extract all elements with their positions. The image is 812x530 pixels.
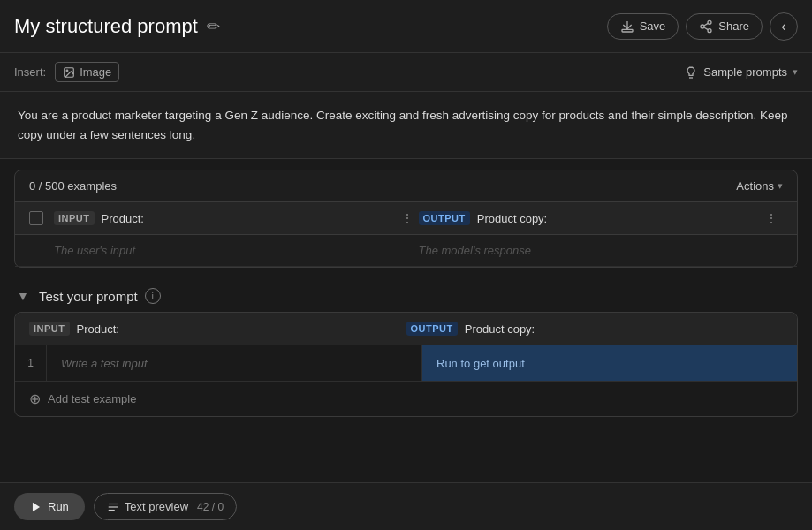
run-button[interactable]: Run: [14, 493, 85, 520]
text-preview-label: Text preview: [125, 500, 188, 513]
collapse-icon[interactable]: ▼: [14, 287, 32, 305]
examples-section: 0 / 500 examples Actions ▾ INPUT Product…: [14, 170, 798, 268]
header-right: Save Share ‹: [607, 12, 798, 41]
examples-table-header: INPUT Product: ⋮ OUTPUT Product copy: ⋮: [15, 202, 797, 235]
output-field-name: Product copy:: [477, 212, 548, 225]
test-row: 1 Write a test input Run to get output: [15, 345, 797, 382]
examples-count: 0 / 500 examples: [29, 179, 117, 193]
test-input-tag: INPUT: [29, 322, 70, 336]
insert-label: Insert:: [14, 65, 46, 79]
info-icon[interactable]: i: [145, 288, 161, 304]
test-section: ▼ Test your prompt i INPUT Product: OUTP…: [14, 278, 798, 417]
save-icon: [620, 19, 634, 34]
save-button[interactable]: Save: [607, 13, 679, 40]
test-output-field-name: Product copy:: [465, 322, 535, 336]
image-icon: [63, 66, 75, 79]
bottom-bar: Run Text preview 42 / 0: [0, 482, 812, 530]
test-input-field-name: Product:: [77, 322, 119, 336]
output-column-menu-icon[interactable]: ⋮: [760, 209, 783, 227]
input-placeholder: The user's input: [54, 244, 135, 257]
test-output-cell: Run to get output: [422, 345, 797, 381]
row-input-cell: The user's input: [54, 244, 419, 257]
insert-bar: Insert: Image Sample prompts ▾: [0, 53, 812, 92]
svg-point-3: [708, 28, 711, 32]
prompt-area[interactable]: You are a product marketer targeting a G…: [0, 92, 812, 159]
insert-left: Insert: Image: [14, 62, 119, 82]
input-column-menu-icon[interactable]: ⋮: [396, 209, 419, 227]
examples-header: 0 / 500 examples Actions ▾: [15, 170, 797, 202]
header-left: My structured prompt ✏: [14, 15, 220, 38]
input-field-name: Product:: [102, 212, 144, 225]
input-column-header: INPUT Product: ⋮: [54, 209, 419, 227]
test-input-placeholder: Write a test input: [61, 357, 148, 370]
checkbox-col: [29, 211, 54, 225]
image-label: Image: [80, 65, 111, 79]
token-count: 42 / 0: [197, 501, 224, 513]
actions-button[interactable]: Actions ▾: [736, 179, 783, 193]
add-test-icon: ⊕: [29, 390, 41, 407]
input-tag: INPUT: [54, 211, 95, 225]
add-test-example-button[interactable]: ⊕ Add test example: [15, 382, 797, 416]
output-placeholder: The model's response: [419, 244, 532, 257]
prompt-text: You are a product marketer targeting a G…: [18, 109, 788, 141]
svg-line-5: [704, 23, 709, 26]
test-title: Test your prompt: [39, 289, 138, 304]
svg-rect-0: [622, 29, 633, 32]
chevron-down-icon: ▾: [793, 66, 798, 78]
test-table: INPUT Product: OUTPUT Product copy: 1 Wr…: [14, 312, 798, 417]
examples-empty-row: The user's input The model's response: [15, 235, 797, 267]
text-preview-icon: [107, 501, 119, 513]
actions-chevron-icon: ▾: [778, 180, 783, 192]
svg-point-2: [701, 25, 704, 28]
row-output-cell: The model's response: [419, 244, 784, 257]
edit-icon[interactable]: ✏: [207, 17, 220, 36]
insert-image-button[interactable]: Image: [55, 62, 119, 82]
svg-marker-8: [33, 502, 40, 511]
svg-point-1: [708, 20, 711, 24]
test-input-cell[interactable]: Write a test input: [47, 345, 422, 381]
svg-point-7: [66, 70, 68, 72]
actions-label: Actions: [736, 179, 774, 193]
svg-line-4: [704, 27, 709, 30]
test-header: ▼ Test your prompt i: [14, 278, 798, 312]
test-output-column-header: OUTPUT Product copy:: [406, 322, 784, 336]
output-tag: OUTPUT: [419, 211, 470, 225]
nav-chevron-button[interactable]: ‹: [770, 12, 798, 41]
test-input-column-header: INPUT Product:: [29, 322, 406, 336]
test-table-header: INPUT Product: OUTPUT Product copy:: [15, 313, 797, 345]
text-preview-button[interactable]: Text preview 42 / 0: [94, 493, 237, 520]
header: My structured prompt ✏ Save Share ‹: [0, 0, 812, 53]
test-row-number: 1: [15, 345, 47, 381]
lightbulb-icon: [684, 65, 698, 80]
output-column-header: OUTPUT Product copy: ⋮: [419, 209, 784, 227]
select-all-checkbox[interactable]: [29, 211, 43, 225]
add-test-label: Add test example: [48, 392, 136, 405]
run-label: Run: [48, 500, 69, 513]
sample-prompts-label: Sample prompts: [703, 65, 787, 79]
run-icon: [30, 501, 42, 513]
test-output-tag: OUTPUT: [406, 322, 458, 336]
share-icon: [699, 19, 713, 34]
page-title: My structured prompt: [14, 15, 198, 38]
share-button[interactable]: Share: [686, 13, 763, 40]
sample-prompts-button[interactable]: Sample prompts ▾: [684, 65, 798, 80]
test-output-text: Run to get output: [436, 357, 525, 370]
